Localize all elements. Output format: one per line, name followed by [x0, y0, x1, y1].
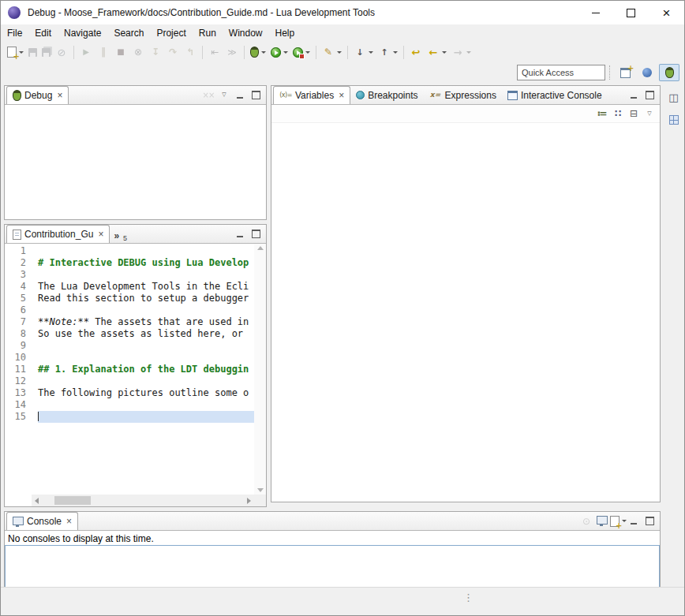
- use-step-filters-button[interactable]: [223, 43, 241, 61]
- editor-line[interactable]: [38, 304, 254, 316]
- skip-all-breakpoints-button[interactable]: [53, 43, 70, 61]
- menu-help[interactable]: Help: [269, 24, 301, 42]
- next-annotation-dropdown-icon[interactable]: [369, 51, 373, 54]
- mark-occurrences-button[interactable]: [320, 43, 344, 61]
- remove-all-terminated-button[interactable]: [200, 88, 216, 103]
- pin-console-button[interactable]: [578, 513, 594, 529]
- tab-interactive-console[interactable]: Interactive Console: [502, 86, 608, 104]
- minimize-button[interactable]: [626, 88, 642, 103]
- editor-line[interactable]: So use the assets as listed here, or: [38, 328, 254, 340]
- minimize-button[interactable]: [232, 226, 248, 242]
- tab-debug[interactable]: Debug: [6, 86, 69, 104]
- editor-line[interactable]: [38, 411, 254, 423]
- scroll-right-icon[interactable]: [247, 498, 251, 504]
- run-dropdown-icon[interactable]: [283, 51, 288, 54]
- console-text-area[interactable]: [5, 545, 660, 588]
- minimize-button[interactable]: [232, 88, 248, 103]
- debug-button[interactable]: [248, 43, 268, 61]
- save-button[interactable]: [26, 43, 39, 61]
- menu-navigate[interactable]: Navigate: [58, 24, 107, 42]
- suspend-button[interactable]: [95, 43, 112, 61]
- editor-line[interactable]: [38, 375, 254, 387]
- close-tab-icon[interactable]: [55, 90, 62, 101]
- editor-line[interactable]: [38, 245, 254, 257]
- editor-line[interactable]: [38, 352, 254, 364]
- previous-annotation-dropdown-icon[interactable]: [393, 51, 398, 54]
- drop-to-frame-button[interactable]: [206, 43, 223, 61]
- quick-access-input[interactable]: [517, 65, 605, 80]
- editor-line[interactable]: The following pictures outline some o: [38, 387, 254, 399]
- maximize-button[interactable]: [642, 513, 657, 529]
- step-into-button[interactable]: [147, 43, 164, 61]
- run-button[interactable]: [268, 43, 290, 61]
- menu-file[interactable]: File: [1, 24, 28, 42]
- display-selected-console-button[interactable]: [594, 513, 610, 529]
- scroll-left-icon[interactable]: [35, 498, 39, 504]
- debug-view-body[interactable]: [5, 105, 266, 219]
- save-all-button[interactable]: [39, 43, 53, 61]
- vertical-scrollbar[interactable]: [254, 244, 266, 495]
- external-tools-dropdown-icon[interactable]: [305, 51, 310, 54]
- collapse-all-button[interactable]: [626, 106, 642, 121]
- close-tab-icon[interactable]: [65, 516, 72, 527]
- previous-annotation-button[interactable]: [376, 43, 400, 61]
- step-over-button[interactable]: [164, 43, 182, 61]
- open-perspective-button[interactable]: [615, 64, 635, 81]
- step-return-button[interactable]: [182, 43, 199, 61]
- editor-line[interactable]: [38, 269, 254, 281]
- back-button[interactable]: [425, 43, 449, 61]
- debug-dropdown-icon[interactable]: [261, 51, 266, 54]
- new-wizard-button[interactable]: [5, 43, 26, 61]
- last-edit-location-button[interactable]: [407, 43, 425, 61]
- close-tab-icon[interactable]: [96, 229, 103, 240]
- maximize-button[interactable]: [248, 88, 264, 103]
- menu-search[interactable]: Search: [107, 24, 150, 42]
- forward-dropdown-icon[interactable]: [466, 51, 471, 54]
- editor-line[interactable]: [38, 399, 254, 411]
- menu-edit[interactable]: Edit: [28, 24, 58, 42]
- maximize-button[interactable]: [642, 88, 657, 103]
- variables-view-body[interactable]: [271, 123, 660, 502]
- statusbar-drag-handle[interactable]: [463, 592, 474, 603]
- disconnect-button[interactable]: [129, 43, 147, 61]
- back-dropdown-icon[interactable]: [442, 51, 447, 54]
- tab-contribution-gu[interactable]: Contribution_Gu: [6, 225, 110, 243]
- tab-console[interactable]: Console: [6, 512, 78, 530]
- minimize-button[interactable]: [626, 513, 642, 529]
- lua-perspective-button[interactable]: [637, 64, 657, 81]
- resume-button[interactable]: [77, 43, 95, 61]
- show-type-names-button[interactable]: [594, 106, 610, 121]
- menu-window[interactable]: Window: [223, 24, 269, 42]
- editor-line[interactable]: # Interactive DEBUG using Lua Develop: [38, 257, 254, 269]
- debug-perspective-button[interactable]: [659, 64, 679, 81]
- terminate-button[interactable]: [112, 43, 129, 61]
- maximize-button[interactable]: [248, 226, 264, 242]
- view-menu-button[interactable]: [642, 106, 657, 121]
- editor-line[interactable]: Read this section to setup a debugger: [38, 293, 254, 304]
- maximize-window-button[interactable]: [613, 1, 649, 24]
- restore-views-button[interactable]: [666, 90, 682, 104]
- minimized-views-button[interactable]: [666, 113, 682, 127]
- scroll-down-icon[interactable]: [257, 488, 264, 492]
- close-tab-icon[interactable]: [337, 90, 344, 101]
- editor-line[interactable]: [38, 340, 254, 352]
- editor-line[interactable]: **Note:** The assets that are used in: [38, 316, 254, 328]
- close-window-button[interactable]: [649, 1, 684, 24]
- scrollbar-thumb[interactable]: [54, 496, 91, 505]
- scroll-up-icon[interactable]: [257, 246, 264, 250]
- editor-text-area[interactable]: # Interactive DEBUG using Lua DevelopThe…: [32, 244, 254, 495]
- forward-button[interactable]: [449, 43, 474, 61]
- editor-line[interactable]: ## 1. Explanation of the LDT debuggin: [38, 364, 254, 375]
- tab-variables[interactable]: Variables: [273, 86, 350, 104]
- menu-project[interactable]: Project: [150, 24, 192, 42]
- horizontal-scrollbar[interactable]: [32, 495, 254, 506]
- minimize-window-button[interactable]: [578, 1, 613, 24]
- show-logical-structure-button[interactable]: [610, 106, 626, 121]
- next-annotation-button[interactable]: [351, 43, 376, 61]
- tab-breakpoints[interactable]: Breakpoints: [350, 86, 423, 104]
- view-menu-button[interactable]: [216, 88, 232, 103]
- editor-tab-overflow[interactable]: »5: [110, 229, 131, 243]
- menu-run[interactable]: Run: [193, 24, 223, 42]
- tab-expressions[interactable]: Expressions: [424, 86, 502, 104]
- mark-occurrences-dropdown-icon[interactable]: [337, 51, 342, 54]
